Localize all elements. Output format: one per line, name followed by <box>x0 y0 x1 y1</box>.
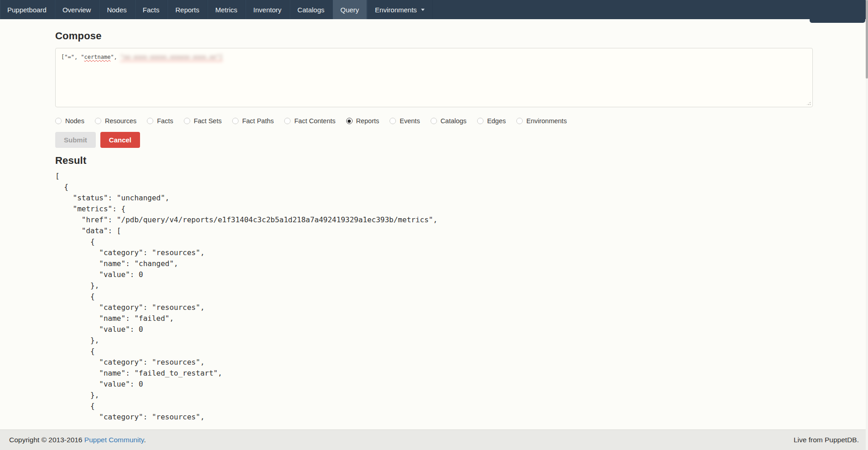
page-footer: Copyright © 2013-2016 Puppet Community. … <box>0 429 868 450</box>
nav-label: Facts <box>143 6 160 14</box>
compose-heading: Compose <box>55 30 813 42</box>
nav-label: Query <box>340 6 359 14</box>
radio-facts[interactable]: Facts <box>147 117 173 125</box>
nav-label: Inventory <box>253 6 281 14</box>
page-scrollbar-track <box>866 0 868 450</box>
query-text-certname: certname <box>84 54 111 60</box>
endpoint-radio-group: Nodes Resources Facts Fact Sets Fact Pat… <box>55 117 813 125</box>
nav-item-query[interactable]: Query <box>333 0 367 19</box>
radio-label: Reports <box>356 117 379 125</box>
radio-label: Environments <box>526 117 567 125</box>
query-text-before: ["=", " <box>61 54 84 60</box>
query-text-redacted-value: "xx-xxxx-xxxxx.xxxxxx-xxxx.xx"] <box>120 54 223 60</box>
footer-status: Live from PuppetDB. <box>794 436 859 444</box>
textarea-resize-grip[interactable] <box>806 100 811 106</box>
radio-label: Fact Contents <box>294 117 335 125</box>
page-scrollbar-thumb[interactable] <box>866 0 868 78</box>
nav-item-inventory[interactable]: Inventory <box>245 0 290 19</box>
cancel-button[interactable]: Cancel <box>100 132 140 148</box>
main-content: Compose ["=", "certname", "xx-xxxx-xxxxx… <box>0 30 868 423</box>
submit-button[interactable]: Submit <box>55 132 96 148</box>
radio-icon <box>477 118 483 124</box>
brand-label: Puppetboard <box>7 6 47 14</box>
puppet-community-link[interactable]: Puppet Community <box>84 436 144 444</box>
radio-environments[interactable]: Environments <box>516 117 567 125</box>
nav-label: Nodes <box>107 6 126 14</box>
radio-fact-contents[interactable]: Fact Contents <box>284 117 335 125</box>
form-actions: Submit Cancel <box>55 132 813 148</box>
nav-label: Catalogs <box>297 6 324 14</box>
radio-icon <box>184 118 190 124</box>
nav-label: Reports <box>175 6 199 14</box>
footer-copyright: Copyright © 2013-2016 Puppet Community. <box>9 436 146 444</box>
radio-label: Fact Sets <box>194 117 222 125</box>
radio-label: Catalogs <box>441 117 467 125</box>
nav-item-facts[interactable]: Facts <box>135 0 168 19</box>
chevron-down-icon <box>421 9 425 11</box>
radio-icon <box>390 118 396 124</box>
radio-icon <box>147 118 153 124</box>
brand-link[interactable]: Puppetboard <box>0 0 55 19</box>
nav-item-metrics[interactable]: Metrics <box>208 0 245 19</box>
nav-label: Overview <box>62 6 91 14</box>
query-textarea[interactable]: ["=", "certname", "xx-xxxx-xxxxx.xxxxxx-… <box>55 48 813 107</box>
result-json-output: [ { "status": "unchanged", "metrics": { … <box>55 171 813 423</box>
radio-label: Nodes <box>65 117 84 125</box>
radio-label: Events <box>400 117 420 125</box>
nav-item-nodes[interactable]: Nodes <box>99 0 135 19</box>
radio-icon <box>95 118 101 124</box>
nav-item-environments[interactable]: Environments <box>367 0 433 19</box>
radio-reports[interactable]: Reports <box>346 117 379 125</box>
radio-resources[interactable]: Resources <box>95 117 136 125</box>
radio-label: Fact Paths <box>242 117 274 125</box>
copyright-text: Copyright © 2013-2016 <box>9 436 84 444</box>
top-navbar: Puppetboard Overview Nodes Facts Reports… <box>0 0 868 19</box>
radio-icon <box>232 118 239 124</box>
nav-item-overview[interactable]: Overview <box>55 0 99 19</box>
radio-icon <box>516 118 523 124</box>
radio-catalogs[interactable]: Catalogs <box>431 117 467 125</box>
radio-icon <box>431 118 437 124</box>
radio-fact-paths[interactable]: Fact Paths <box>232 117 274 125</box>
query-text-after: ", <box>110 54 120 60</box>
radio-edges[interactable]: Edges <box>477 117 506 125</box>
nav-label: Metrics <box>215 6 237 14</box>
radio-icon <box>284 118 291 124</box>
nav-item-reports[interactable]: Reports <box>167 0 208 19</box>
radio-label: Resources <box>105 117 136 125</box>
radio-nodes[interactable]: Nodes <box>55 117 84 125</box>
radio-events[interactable]: Events <box>390 117 420 125</box>
nav-item-catalogs[interactable]: Catalogs <box>290 0 333 19</box>
radio-label: Facts <box>157 117 173 125</box>
radio-icon <box>55 118 62 124</box>
radio-label: Edges <box>487 117 506 125</box>
nav-label: Environments <box>375 6 417 14</box>
radio-fact-sets[interactable]: Fact Sets <box>184 117 222 125</box>
result-heading: Result <box>55 155 813 167</box>
radio-icon-selected <box>346 118 353 124</box>
copyright-period: . <box>144 436 146 444</box>
